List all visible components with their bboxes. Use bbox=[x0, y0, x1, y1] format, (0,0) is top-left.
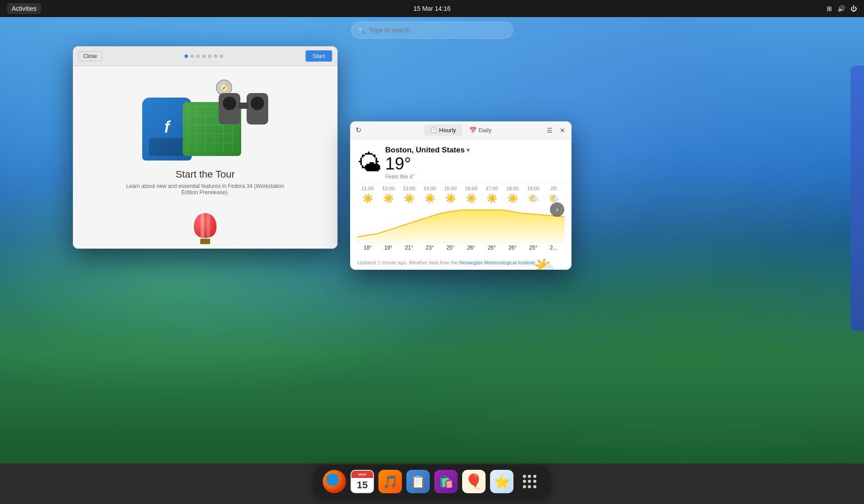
tour-dot-1 bbox=[184, 54, 188, 58]
weather-menu-button[interactable]: ☰ bbox=[544, 126, 555, 135]
weather-titlebar-left: ↻ bbox=[354, 125, 363, 135]
bino-eye-right bbox=[251, 97, 264, 110]
calendar-icon: MAR 15 bbox=[351, 470, 374, 493]
hourly-tab-label: Hourly bbox=[439, 127, 456, 134]
hourly-temp-1: 18° bbox=[357, 245, 378, 251]
network-icon[interactable]: ⊞ bbox=[827, 5, 832, 12]
hourly-icon-1: ☀️ bbox=[362, 193, 374, 204]
hourly-col-1: 11:00 ☀️ bbox=[357, 186, 378, 205]
volume-icon[interactable]: 🔊 bbox=[837, 5, 845, 12]
desktop-wallpaper: Close Start bbox=[0, 17, 864, 464]
grid-dot-9 bbox=[533, 485, 536, 488]
hourly-time-8: 18:00 bbox=[506, 186, 519, 191]
hourly-icon-2: ☀️ bbox=[383, 193, 394, 204]
dock-item-notes[interactable]: 📋 bbox=[405, 469, 431, 494]
hourly-col-7: 17:00 ☀️ bbox=[482, 186, 502, 205]
grid-dots bbox=[523, 475, 536, 488]
hourly-col-3: 13:00 ☀️ bbox=[399, 186, 419, 205]
hourly-col-6: 16:00 ☀️ bbox=[461, 186, 482, 205]
hourly-col-2: 12:00 ☀️ bbox=[378, 186, 399, 205]
weather-tab-daily[interactable]: 📅 Daily bbox=[463, 125, 498, 136]
weather-attribution-text: Weather data from the bbox=[409, 260, 459, 265]
hourly-time-6: 16:00 bbox=[465, 186, 477, 191]
weather-app-icon-float: ⛅ bbox=[533, 255, 558, 270]
dock-item-software[interactable]: 🛍️ bbox=[433, 469, 459, 494]
notes-icon: 📋 bbox=[406, 470, 430, 493]
hourly-time-9: 19:00 bbox=[527, 186, 540, 191]
balloon-stripe-2 bbox=[207, 213, 210, 238]
tour-dot-5 bbox=[208, 54, 212, 58]
hourly-icon-9: 🌤️ bbox=[528, 193, 539, 204]
dock-item-rhythmbox[interactable]: 🎵 bbox=[378, 469, 403, 494]
dock-item-calendar[interactable]: MAR 15 bbox=[350, 469, 375, 494]
weather-refresh-button[interactable]: ↻ bbox=[354, 125, 363, 135]
top-bar-right-icons: ⊞ 🔊 ⏻ bbox=[827, 5, 857, 12]
grid-dot-4 bbox=[523, 480, 526, 483]
hourly-col-10: 20: 🌤️ bbox=[544, 186, 564, 205]
hourly-col-8: 18:00 ☀️ bbox=[502, 186, 523, 205]
hourly-temp-9: 25° bbox=[523, 245, 544, 251]
tour-titlebar: Close Start bbox=[73, 46, 338, 66]
partial-window-right bbox=[850, 66, 864, 331]
weather-updated-text: Updated 1 minute ago. bbox=[357, 260, 407, 265]
activities-button[interactable]: Activities bbox=[7, 3, 41, 14]
tour-content: 🧭 Start the Tour Learn about new and ess… bbox=[73, 66, 338, 249]
hourly-temp-4: 23° bbox=[419, 245, 440, 251]
hourly-temp-3: 21° bbox=[399, 245, 419, 251]
weather-location-dropdown-icon: ▾ bbox=[467, 147, 469, 153]
hourly-temp-8: 26° bbox=[502, 245, 523, 251]
weather-location-row: 🌤 Boston, United States ▾ 19° Feels like… bbox=[357, 146, 564, 180]
hourly-chart: 11:00 ☀️ 12:00 ☀️ 13:00 ☀️ 14:00 ☀️ bbox=[357, 183, 564, 253]
weather-titlebar: ↻ 🕐 Hourly 📅 Daily ☰ ✕ bbox=[350, 121, 572, 139]
hourly-temp-5: 25° bbox=[440, 245, 461, 251]
balloon-basket bbox=[200, 239, 210, 244]
grid-dot-3 bbox=[533, 475, 536, 478]
weather-location[interactable]: Boston, United States ▾ bbox=[385, 146, 564, 155]
weather-titlebar-right: ☰ ✕ bbox=[544, 126, 568, 135]
hourly-time-3: 13:00 bbox=[403, 186, 415, 191]
weather-close-button[interactable]: ✕ bbox=[557, 126, 568, 135]
tour-illustration: 🧭 bbox=[133, 80, 277, 161]
hourly-icon-8: ☀️ bbox=[507, 193, 518, 204]
hourly-icon-3: ☀️ bbox=[404, 193, 415, 204]
tour-dot-4 bbox=[202, 54, 206, 58]
grid-dot-8 bbox=[528, 485, 531, 488]
hourly-time-7: 17:00 bbox=[486, 186, 498, 191]
dock-item-firefox[interactable] bbox=[322, 469, 347, 494]
dock-item-app-grid[interactable] bbox=[517, 469, 542, 494]
search-bar[interactable]: 🔍 bbox=[351, 22, 513, 39]
firefox-icon bbox=[323, 470, 346, 493]
binoculars-illustration bbox=[219, 84, 268, 125]
weather-attribution-link[interactable]: Norwegian Meteorological Institute bbox=[459, 260, 536, 265]
hourly-time-4: 14:00 bbox=[423, 186, 436, 191]
tour-close-button[interactable]: Close bbox=[78, 51, 102, 61]
power-icon[interactable]: ⏻ bbox=[850, 5, 857, 12]
hourly-temps-row: 18° 19° 21° 23° 25° 26° 26° 26° 25° 2… bbox=[357, 242, 564, 253]
grid-dot-5 bbox=[528, 480, 531, 483]
dock-item-gnome-tour[interactable]: 🎈 bbox=[461, 469, 486, 494]
hourly-time-10: 20: bbox=[550, 186, 557, 191]
weather-tab-hourly[interactable]: 🕐 Hourly bbox=[424, 125, 463, 136]
hourly-col-9: 19:00 🌤️ bbox=[523, 186, 544, 205]
tour-dot-7 bbox=[220, 54, 223, 58]
daily-tab-label: Daily bbox=[478, 127, 491, 134]
hourly-temp-7: 26° bbox=[482, 245, 502, 251]
app-grid-icon bbox=[518, 470, 541, 493]
dock-item-weather[interactable]: ⭐ bbox=[489, 469, 514, 494]
bino-left bbox=[219, 93, 240, 125]
weather-body: 🌤 Boston, United States ▾ 19° Feels like… bbox=[350, 139, 572, 257]
hourly-temp-6: 26° bbox=[461, 245, 482, 251]
search-input[interactable] bbox=[369, 27, 506, 34]
weather-temperature: 19° bbox=[385, 155, 564, 174]
calendar-day: 15 bbox=[351, 478, 373, 492]
weather-graph-svg bbox=[357, 205, 564, 241]
balloon-illustration bbox=[194, 213, 216, 244]
hourly-icon-7: ☀️ bbox=[486, 193, 498, 204]
tour-title: Start the Tour bbox=[176, 169, 235, 180]
search-icon: 🔍 bbox=[358, 27, 365, 34]
tour-start-button[interactable]: Start bbox=[306, 50, 332, 62]
taskbar-dock: MAR 15 🎵 📋 🛍️ 🎈 ⭐ bbox=[315, 465, 549, 498]
tour-dot-6 bbox=[214, 54, 217, 58]
hourly-next-button[interactable]: › bbox=[550, 202, 564, 217]
balloon-stripe-1 bbox=[201, 213, 204, 238]
